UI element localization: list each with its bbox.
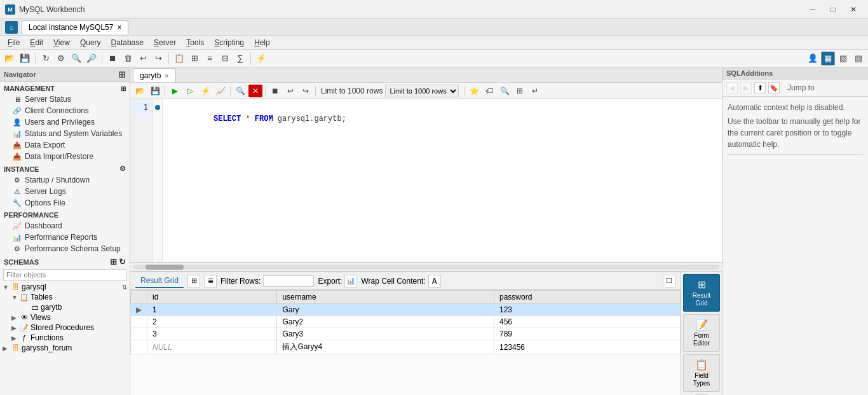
schema-garyssh-forum[interactable]: ▶ 🗄 garyssh_forum — [0, 343, 130, 353]
qtb-undo[interactable]: ↩ — [283, 85, 297, 97]
tb-columns-button[interactable]: ⊟ — [218, 52, 232, 66]
field-types-sidebar-btn[interactable]: 📋 FieldTypes — [683, 354, 720, 392]
nav-data-import[interactable]: 📥 Data Import/Restore — [0, 151, 130, 162]
menu-scripting[interactable]: Scripting — [209, 37, 249, 48]
result-grid-sidebar-btn[interactable]: ⊞ ResultGrid — [683, 274, 720, 312]
cell-id[interactable]: 3 — [147, 328, 277, 340]
schemas-refresh-icon[interactable]: ↻ — [119, 257, 126, 267]
cell-username[interactable]: 插入Garyy4 — [277, 340, 494, 354]
nav-up-button[interactable]: ⬆ — [754, 82, 766, 94]
sql-hscroll[interactable] — [130, 262, 722, 271]
cell-username[interactable]: Gary2 — [277, 316, 494, 328]
tb-layout1-button[interactable]: ▦ — [821, 52, 835, 66]
filter-rows-input[interactable] — [263, 275, 314, 287]
menu-help[interactable]: Help — [249, 37, 275, 48]
qtb-save-file[interactable]: 💾 — [148, 85, 162, 97]
qtb-run-all[interactable]: ▶ — [168, 85, 182, 97]
qtb-run-selection[interactable]: ▷ — [183, 85, 197, 97]
qtb-redo[interactable]: ↪ — [299, 85, 313, 97]
cell-id-null[interactable]: NULL — [147, 340, 277, 354]
performance-section-header[interactable]: PERFORMANCE — [0, 209, 130, 220]
menu-database[interactable]: Database — [106, 37, 149, 48]
schemas-expand-icon[interactable]: ⊞ — [110, 257, 117, 267]
nav-data-export[interactable]: 📤 Data Export — [0, 139, 130, 151]
nav-back-button[interactable]: ◀ — [726, 82, 738, 94]
table-row[interactable]: 2 Gary2 456 — [131, 316, 681, 328]
tb-save-button[interactable]: 💾 — [18, 52, 32, 66]
menu-query[interactable]: Query — [75, 37, 106, 48]
table-row[interactable]: 3 Gary3 789 — [131, 328, 681, 340]
tb-stop-button[interactable]: ⏹ — [105, 52, 119, 66]
form-editor-sidebar-btn[interactable]: 📝 FormEditor — [683, 314, 720, 352]
close-button[interactable]: ✕ — [844, 3, 863, 16]
sql-editor[interactable]: 1 SELECT * FROM garysql.garytb; — [130, 99, 722, 262]
wrap-cell-button[interactable]: A — [428, 275, 441, 288]
cell-id[interactable]: 2 — [147, 316, 277, 328]
menu-view[interactable]: View — [48, 37, 75, 48]
query-tab-close[interactable]: × — [165, 72, 168, 80]
functions-node[interactable]: ▶ ƒ Functions — [0, 333, 130, 343]
views-node[interactable]: ▶ 👁 Views — [0, 312, 130, 322]
qtb-zoom-in[interactable]: 🔍 — [498, 85, 512, 97]
cell-password[interactable]: 123 — [494, 304, 680, 316]
tb-user-button[interactable]: 👤 — [806, 52, 820, 66]
tb-undo-button[interactable]: ↩ — [136, 52, 150, 66]
tb-redo-button[interactable]: ↪ — [151, 52, 165, 66]
cell-username[interactable]: Gary — [277, 304, 494, 316]
cell-username[interactable]: Gary3 — [277, 328, 494, 340]
tables-node[interactable]: ▼ 📋 Tables — [0, 292, 130, 302]
export-button[interactable]: 📊 — [344, 275, 357, 288]
tb-rows-button[interactable]: ≡ — [203, 52, 217, 66]
table-row[interactable]: ▶ 1 Gary 123 — [131, 304, 681, 316]
tb-extra-button[interactable]: ⚡ — [254, 52, 268, 66]
menu-server[interactable]: Server — [149, 37, 181, 48]
navigator-expand-icon[interactable]: ⊞ — [118, 69, 126, 80]
qtb-explain-visual[interactable]: 📈 — [214, 85, 227, 97]
qtb-open-file[interactable]: 📂 — [133, 85, 147, 97]
tb-zoom-button[interactable]: 🔎 — [85, 52, 98, 66]
tb-filter2-button[interactable]: ∑ — [233, 52, 247, 66]
menu-file[interactable]: File — [3, 37, 25, 48]
qtb-stop[interactable]: ⏹ — [268, 85, 282, 97]
sql-content[interactable]: SELECT * FROM garysql.garytb; — [163, 99, 722, 262]
stored-procedures-node[interactable]: ▶ 📝 Stored Procedures — [0, 322, 130, 333]
nav-forward-button[interactable]: ▶ — [740, 82, 752, 94]
schema-garysql[interactable]: ▼ 🗄 garysql ⇅ — [0, 282, 130, 292]
tb-delete-button[interactable]: 🗑 — [121, 52, 135, 66]
limit-rows-select[interactable]: Limit to 1000 rows Limit to 100 rows Lim… — [385, 85, 459, 97]
tb-grid-button[interactable]: ⊞ — [187, 52, 201, 66]
table-row[interactable]: NULL 插入Garyy4 123456 — [131, 340, 681, 354]
nav-performance-reports[interactable]: 📊 Performance Reports — [0, 232, 130, 243]
garytb-leaf[interactable]: ▶ 🗃 garytb — [0, 302, 130, 312]
nav-server-status[interactable]: 🖥 Server Status — [0, 94, 130, 105]
cell-password[interactable]: 123456 — [494, 340, 680, 354]
tb-layout3-button[interactable]: ▨ — [851, 52, 865, 66]
instance-tab-close[interactable]: × — [117, 23, 121, 32]
schema-filter-input[interactable] — [3, 269, 126, 281]
result-format-icon[interactable]: ≣ — [204, 275, 217, 288]
cell-password[interactable]: 789 — [494, 328, 680, 340]
result-grid[interactable]: id username password ▶ 1 Gary — [130, 290, 681, 395]
qtb-wrap[interactable]: ↵ — [528, 85, 542, 97]
result-options-button[interactable]: ☐ — [663, 275, 675, 288]
nav-options-file[interactable]: 🔧 Options File — [0, 197, 130, 209]
qtb-find[interactable]: 🔍 — [233, 85, 247, 97]
nav-bookmark-button[interactable]: 🔖 — [768, 82, 780, 94]
schemas-section-header[interactable]: SCHEMAS ⊞ ↻ — [0, 254, 130, 268]
query-tab-garytb[interactable]: garytb × — [133, 68, 176, 82]
result-grid-icon[interactable]: ⊞ — [187, 275, 200, 288]
tb-settings-button[interactable]: ⚙ — [54, 52, 68, 66]
nav-server-logs[interactable]: ⚠ Server Logs — [0, 186, 130, 197]
instance-section-header[interactable]: INSTANCE ⚙ — [0, 162, 130, 174]
qtb-explain[interactable]: ⚡ — [198, 85, 212, 97]
nav-users-privileges[interactable]: 👤 Users and Privileges — [0, 116, 130, 128]
qtb-bookmark[interactable]: 🏷 — [482, 85, 496, 97]
tb-search-button[interactable]: 🔍 — [69, 52, 83, 66]
instance-tab-mysql57[interactable]: Local instance MySQL57 × — [22, 20, 128, 34]
tb-refresh-button[interactable]: ↻ — [39, 52, 53, 66]
col-id-header[interactable]: id — [147, 291, 277, 304]
nav-dashboard[interactable]: 📈 Dashboard — [0, 220, 130, 232]
management-section-header[interactable]: MANAGEMENT ⊞ — [0, 82, 130, 94]
menu-edit[interactable]: Edit — [25, 37, 48, 48]
tb-open-button[interactable]: 📂 — [3, 52, 17, 66]
